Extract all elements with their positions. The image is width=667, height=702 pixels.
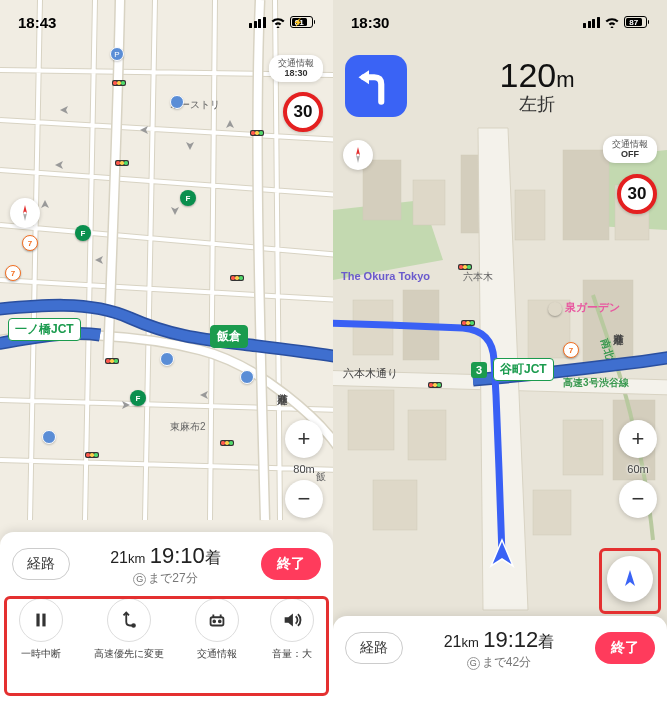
jct-badge-tanimachi: 谷町JCT [493, 358, 554, 381]
poi-okura: The Okura Tokyo [341, 270, 430, 282]
signal-icon [249, 17, 266, 28]
zoom-scale-label: 60m [627, 463, 648, 475]
svg-rect-9 [515, 190, 545, 240]
poi-fm: F [75, 225, 91, 241]
status-time: 18:30 [351, 14, 389, 31]
zoom-out-button[interactable]: − [619, 480, 657, 518]
svg-rect-17 [408, 410, 446, 460]
battery-icon: 87 [624, 16, 650, 28]
signal-icon [583, 17, 600, 28]
turn-left-icon [345, 55, 407, 117]
status-bar: 18:43 ⚡81 [0, 0, 333, 38]
poi-dot [42, 430, 56, 444]
phone-left: オーストリ 東麻布2 麻布通り 飯 P 7 7 F F F [0, 0, 333, 702]
svg-rect-16 [348, 390, 394, 450]
bottom-panel: 経路 21km 19:10着 Gまで27分 終了 一時中断 高速優先に [0, 532, 333, 702]
traffic-info-toggle[interactable]: 交通情報 OFF [603, 136, 657, 163]
wifi-icon [604, 14, 620, 31]
poi-711: 7 [22, 235, 38, 251]
poi-711: 7 [5, 265, 21, 281]
compass-button[interactable] [343, 140, 373, 170]
route-button[interactable]: 経路 [12, 548, 70, 580]
zoom-in-button[interactable]: + [619, 420, 657, 458]
poi-dot [240, 370, 254, 384]
traffic-info-toggle[interactable]: 交通情報 18:30 [269, 55, 323, 82]
status-bar: 18:30 87 [333, 0, 667, 38]
jct-badge-iikura: 飯倉 [210, 325, 248, 348]
route-number-badge: 3 [471, 362, 487, 378]
jct-badge-ichinohashi: 一ノ橋JCT [8, 318, 81, 341]
poi-fm: F [180, 190, 196, 206]
zoom-in-button[interactable]: + [285, 420, 323, 458]
quick-traffic[interactable]: 交通情報 [195, 598, 239, 661]
poi-roppongi: 六本木 [463, 271, 493, 282]
area-label: 東麻布2 [170, 421, 206, 432]
wifi-icon [270, 14, 286, 31]
road-roppongi: 六本木通り [343, 367, 398, 379]
bottom-panel: 経路 21km 19:12着 Gまで42分 終了 [333, 616, 667, 702]
hwy-name: 高速3号渋谷線 [563, 377, 630, 388]
eta-block: 21km 19:12着 Gまで42分 [411, 626, 587, 670]
navigation-cursor [486, 538, 518, 570]
svg-rect-1 [43, 613, 46, 626]
svg-rect-6 [363, 160, 401, 220]
poi-dot [160, 352, 174, 366]
speed-limit-sign: 30 [283, 92, 323, 132]
quick-reroute[interactable]: 高速優先に変更 [94, 598, 164, 661]
eta-block: 21km 19:10着 Gまで27分 [78, 542, 253, 586]
poi-izumi-pin [548, 302, 562, 316]
zoom-out-button[interactable]: − [285, 480, 323, 518]
end-button[interactable]: 終了 [595, 632, 655, 664]
poi-dot [170, 95, 184, 109]
speed-limit-sign: 30 [617, 174, 657, 214]
battery-icon: ⚡81 [290, 16, 316, 28]
direction-banner: 120m 左折 [333, 46, 667, 126]
zoom-control: + 80m − [285, 420, 323, 518]
poi-fm: F [130, 390, 146, 406]
quick-volume[interactable]: 音量：大 [270, 598, 314, 661]
zoom-control: + 60m − [619, 420, 657, 518]
route-button[interactable]: 経路 [345, 632, 403, 664]
poi-izumi-label: 泉ガーデン [565, 300, 620, 315]
svg-rect-21 [533, 490, 571, 535]
svg-rect-10 [563, 150, 609, 240]
svg-point-5 [219, 620, 221, 622]
status-time: 18:43 [18, 14, 56, 31]
quick-pause[interactable]: 一時中断 [19, 598, 63, 661]
svg-rect-20 [373, 480, 417, 530]
svg-rect-7 [413, 180, 445, 225]
compass-button[interactable] [10, 198, 40, 228]
zoom-scale-label: 80m [293, 463, 314, 475]
recenter-button[interactable] [607, 556, 653, 602]
svg-rect-0 [37, 613, 40, 626]
end-button[interactable]: 終了 [261, 548, 321, 580]
poi-dot: P [110, 47, 124, 61]
phone-right: 南北線 The Okura Tokyo 六本木 六本木通り [333, 0, 667, 702]
poi-711: 7 [563, 342, 579, 358]
svg-rect-18 [563, 420, 603, 475]
svg-point-4 [213, 620, 215, 622]
quick-actions-row: 一時中断 高速優先に変更 交通情報 音量：大 [0, 590, 333, 681]
svg-point-2 [132, 624, 135, 627]
